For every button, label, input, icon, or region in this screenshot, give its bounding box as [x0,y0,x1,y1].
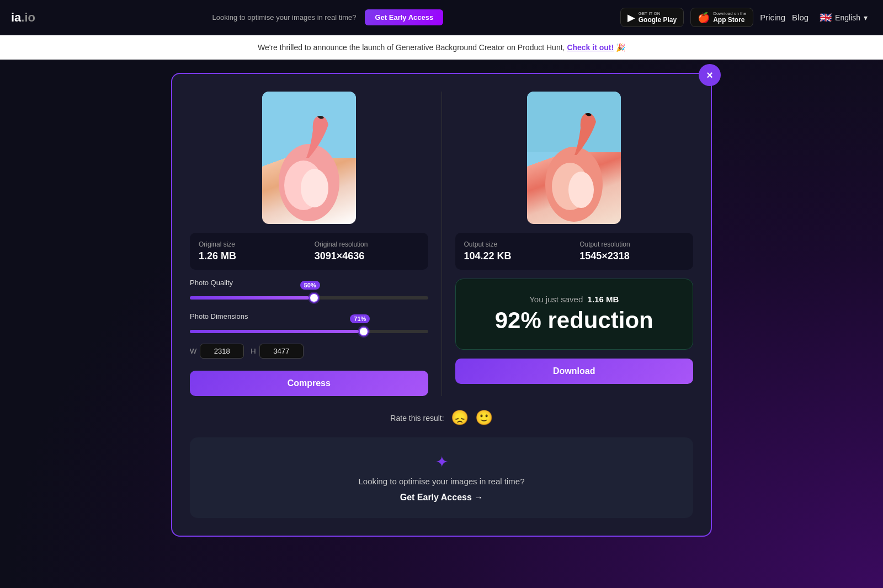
dimension-inputs: W H [190,344,428,359]
flag-icon: 🇬🇧 [820,12,832,24]
width-input[interactable] [200,344,244,359]
announcement-text: We're thrilled to announce the launch of… [258,43,565,52]
svg-point-3 [301,169,328,207]
quality-slider-fill [190,296,309,300]
logo: ia.io [11,10,35,25]
rate-section: Rate this result: 😞 🙂 [190,409,693,426]
google-play-text: GET IT ON Google Play [639,11,677,24]
savings-box: You just saved 1.16 MB 92% reduction [455,279,694,350]
google-play-icon: ▶ [627,12,635,24]
height-input-group: H [251,344,303,359]
announcement-emoji: 🎉 [616,43,625,52]
quality-slider-container[interactable]: 50% [190,291,428,304]
navbar-center: Looking to optimise your images in real … [35,9,620,25]
rate-label: Rate this result: [390,414,444,423]
flamingo-right-svg [527,92,621,224]
svg-rect-4 [527,92,621,152]
original-size-stat: Original size 1.26 MB [199,240,304,262]
panels: Original size 1.26 MB Original resolutio… [190,92,693,396]
dimensions-label: Photo Dimensions [190,312,428,320]
announcement-link[interactable]: Check it out! [567,43,614,52]
original-size-label: Original size [199,240,304,248]
original-size-value: 1.26 MB [199,250,304,262]
blog-link[interactable]: Blog [792,13,808,22]
output-stats: Output size 104.22 KB Output resolution … [455,233,694,270]
width-input-group: W [190,344,244,359]
app-store-button[interactable]: 🍎 Download on the App Store [690,8,753,27]
width-label: W [190,347,196,355]
panel-divider [442,92,442,396]
dimensions-badge: 71% [350,314,370,323]
navbar-right: ▶ GET IT ON Google Play 🍎 Download on th… [620,8,872,27]
quality-control: Photo Quality 50% [190,279,428,304]
original-resolution-value: 3091×4636 [315,250,419,262]
compress-button[interactable]: Compress [190,371,428,396]
announcement-bar: We're thrilled to announce the launch of… [0,35,883,60]
dimensions-control: Photo Dimensions 71% W [190,312,428,359]
download-button[interactable]: Download [455,359,694,384]
original-resolution-label: Original resolution [315,240,419,248]
happy-emoji-button[interactable]: 🙂 [475,409,493,426]
cta-text: Looking to optimise your images in real … [205,477,678,486]
dimensions-slider-fill [190,330,359,333]
output-image-preview [455,92,694,224]
output-resolution-value: 1545×2318 [579,250,684,262]
quality-slider-track: 50% [190,296,428,300]
flamingo-left-svg [262,92,356,224]
early-access-button[interactable]: Get Early Access [365,9,443,25]
language-label: English [835,13,860,22]
cta-icon: ✦ [205,453,678,471]
dimensions-slider-thumb[interactable]: 71% [359,327,369,336]
sad-emoji-button[interactable]: 😞 [451,409,469,426]
bottom-cta: ✦ Looking to optimise your images in rea… [190,437,693,518]
app-store-text: Download on the App Store [713,11,746,24]
quality-badge: 50% [300,281,320,290]
output-resolution-label: Output resolution [579,240,684,248]
output-size-label: Output size [464,240,569,248]
original-resolution-stat: Original resolution 3091×4636 [315,240,419,262]
height-input[interactable] [259,344,304,359]
original-stats: Original size 1.26 MB Original resolutio… [190,233,428,270]
compress-modal: × [171,73,712,537]
svg-point-7 [568,172,594,208]
modal-close-button[interactable]: × [699,64,721,86]
apple-icon: 🍎 [698,12,710,24]
dimensions-slider-container[interactable]: 71% [190,325,428,338]
original-image-preview [190,92,428,224]
left-panel: Original size 1.26 MB Original resolutio… [190,92,428,396]
height-label: H [251,347,256,355]
savings-text: You just saved 1.16 MB [467,295,682,304]
chevron-down-icon: ▾ [864,13,868,22]
nav-promo-text: Looking to optimise your images in real … [212,13,357,22]
google-play-button[interactable]: ▶ GET IT ON Google Play [620,8,684,27]
savings-percentage: 92% reduction [467,307,682,334]
navbar: ia.io Looking to optimise your images in… [0,0,883,35]
savings-amount: 1.16 MB [588,295,619,304]
output-resolution-stat: Output resolution 1545×2318 [579,240,684,262]
language-selector[interactable]: 🇬🇧 English ▾ [815,9,872,26]
navbar-left: ia.io [11,10,35,25]
quality-slider-thumb[interactable]: 50% [309,293,319,303]
original-image [262,92,356,224]
main-area: × [0,60,883,550]
right-panel: Output size 104.22 KB Output resolution … [455,92,694,396]
output-size-stat: Output size 104.22 KB [464,240,569,262]
output-image [527,92,621,224]
cta-link[interactable]: Get Early Access [400,493,483,502]
dimensions-slider-track: 71% [190,330,428,333]
pricing-link[interactable]: Pricing [760,13,785,22]
output-size-value: 104.22 KB [464,250,569,262]
